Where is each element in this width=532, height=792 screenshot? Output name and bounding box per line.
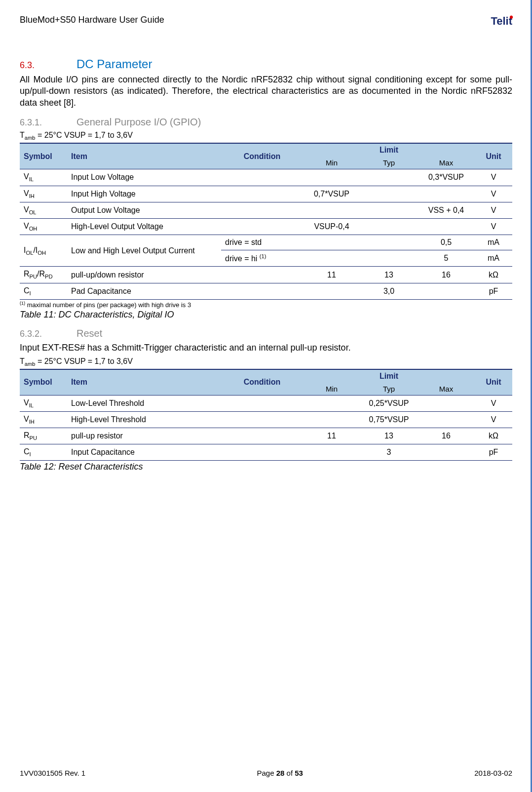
cell-typ	[360, 235, 418, 250]
cell-symbol: VIL	[20, 395, 67, 411]
cell-cond	[221, 283, 303, 299]
cell-min	[303, 395, 360, 411]
cell-typ: 0,75*VSUP	[360, 411, 418, 428]
cell-symbol: VOH	[20, 218, 67, 235]
cell-symbol: CI	[20, 283, 67, 299]
cond-amb: amb	[25, 135, 36, 141]
cell-typ: 3	[360, 444, 418, 461]
fn-text: maximal number of pins (per package) wit…	[25, 301, 191, 309]
cell-unit: kΩ	[475, 267, 512, 283]
cell-typ: 3,0	[360, 283, 418, 299]
sub2-body: Input EXT-RES# has a Schmitt-Trigger cha…	[20, 342, 512, 354]
sub2-title: Reset	[76, 328, 102, 339]
cell-item: Input High Voltage	[67, 186, 221, 202]
cell-symbol: VIH	[20, 186, 67, 202]
cell-min	[303, 411, 360, 428]
cell-cond	[221, 411, 303, 428]
cell-max: 5	[418, 250, 475, 267]
footer-right: 2018-03-02	[474, 769, 512, 777]
sub1-conditions: Tamb = 25°C VSUP = 1,7 to 3,6V	[20, 131, 512, 141]
footer-page-total: 53	[295, 769, 303, 777]
footer-page-of: of	[284, 769, 295, 777]
cell-item: pull-up/down resistor	[67, 267, 221, 283]
cell-cond	[221, 267, 303, 283]
cell-cond	[221, 202, 303, 218]
table-row: VIHInput High Voltage0,7*VSUPV	[20, 186, 512, 202]
cell-min: 11	[303, 428, 360, 444]
sub2-conditions: Tamb = 25°C VSUP = 1,7 to 3,6V	[20, 357, 512, 367]
th-unit: Unit	[475, 143, 512, 169]
sub1-number: 6.3.1.	[20, 118, 74, 128]
cell-unit: pF	[475, 283, 512, 299]
cell-symbol: RPU/RPD	[20, 267, 67, 283]
table-gpio: Symbol Item Condition Limit Unit Min Typ…	[20, 143, 512, 299]
cell-max	[418, 411, 475, 428]
th-symbol: Symbol	[20, 143, 67, 169]
page-footer: 1VV0301505 Rev. 1 Page 28 of 53 2018-03-…	[20, 769, 512, 777]
cell-min: 11	[303, 267, 360, 283]
cell-typ: 13	[360, 428, 418, 444]
doc-header: BlueMod+S50 Hardware User Guide Telit•	[20, 15, 512, 28]
th2-unit: Unit	[475, 369, 512, 396]
cell-unit: kΩ	[475, 428, 512, 444]
cell-unit: V	[475, 186, 512, 202]
cell-cond: drive = std	[221, 235, 303, 250]
cell-item: Output Low Voltage	[67, 202, 221, 218]
th-min: Min	[303, 157, 360, 169]
cell-item: High-Level Output Voltage	[67, 218, 221, 235]
cell-symbol: RPU	[20, 428, 67, 444]
cell-cond	[221, 428, 303, 444]
table-row: VILLow-Level Threshold0,25*VSUPV	[20, 395, 512, 411]
cell-unit: mA	[475, 250, 512, 267]
cell-min	[303, 235, 360, 250]
cell-symbol: VOL	[20, 202, 67, 218]
footer-page-n: 28	[276, 769, 285, 777]
cell-cond	[221, 186, 303, 202]
sub1-title: General Purpose I/O (GPIO)	[76, 117, 201, 127]
th2-item: Item	[67, 369, 221, 396]
cell-cond	[221, 444, 303, 461]
table-row: CIPad Capacitance3,0pF	[20, 283, 512, 299]
telit-logo: Telit•	[491, 15, 512, 28]
cell-min: VSUP-0,4	[303, 218, 360, 235]
cell-max	[418, 444, 475, 461]
th2-typ: Typ	[360, 383, 418, 396]
cell-max: 0,3*VSUP	[418, 169, 475, 186]
footer-left: 1VV0301505 Rev. 1	[20, 769, 85, 777]
cell-max: 16	[418, 267, 475, 283]
doc-title: BlueMod+S50 Hardware User Guide	[20, 15, 164, 25]
table-reset: Symbol Item Condition Limit Unit Min Typ…	[20, 369, 512, 461]
cell-typ	[360, 169, 418, 186]
th2-max: Max	[418, 383, 475, 396]
table1-footnote: (1) maximal number of pins (per package)…	[20, 301, 512, 309]
cell-cond	[221, 395, 303, 411]
cell-min: 0,7*VSUP	[303, 186, 360, 202]
subsection-6-3-2: 6.3.2. Reset	[20, 328, 512, 339]
table-row: VILInput Low Voltage0,3*VSUPV	[20, 169, 512, 186]
cell-item: High-Level Threshold	[67, 411, 221, 428]
cond2-t: T	[20, 357, 25, 365]
table-row: VIHHigh-Level Threshold0,75*VSUPV	[20, 411, 512, 428]
cell-unit: V	[475, 411, 512, 428]
th2-symbol: Symbol	[20, 369, 67, 396]
cell-max	[418, 283, 475, 299]
cell-unit: pF	[475, 444, 512, 461]
cell-max: 0,5	[418, 235, 475, 250]
cell-unit: V	[475, 395, 512, 411]
cell-cond	[221, 169, 303, 186]
section-title: DC Parameter	[76, 57, 152, 71]
th-typ: Typ	[360, 157, 418, 169]
cell-min	[303, 283, 360, 299]
cell-max: VSS + 0,4	[418, 202, 475, 218]
cell-symbol: VIL	[20, 169, 67, 186]
cell-unit: V	[475, 169, 512, 186]
th2-min: Min	[303, 383, 360, 396]
table-row: CIInput Capacitance3pF	[20, 444, 512, 461]
cond-rest: = 25°C VSUP = 1,7 to 3,6V	[36, 131, 133, 139]
cell-cond	[221, 218, 303, 235]
table-row: RPUpull-up resistor111316kΩ	[20, 428, 512, 444]
cond2-amb: amb	[25, 361, 36, 367]
logo-dot-icon: •	[509, 11, 513, 24]
cell-symbol: CI	[20, 444, 67, 461]
th2-limit: Limit	[303, 369, 475, 383]
